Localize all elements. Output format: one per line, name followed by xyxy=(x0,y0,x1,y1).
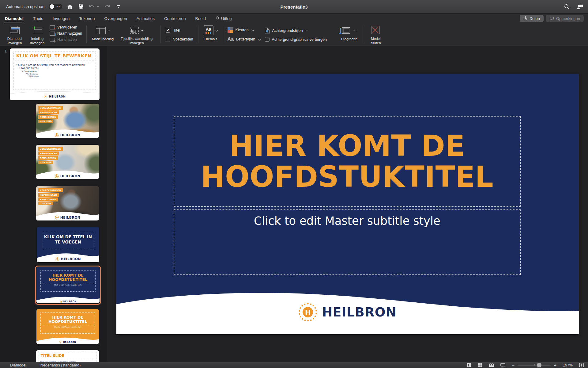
fit-window-icon[interactable] xyxy=(579,363,584,367)
title-placeholder[interactable]: HIER KOMT DE HOOFDSTUKTITEL xyxy=(174,116,521,207)
themes-button[interactable]: Aa Thema's xyxy=(202,24,220,46)
heilbron-logo-icon xyxy=(55,216,59,220)
colors-button[interactable]: Kleuren xyxy=(228,27,261,33)
chevron-down-icon xyxy=(305,29,308,32)
thumbnail-title-layout[interactable]: KLIK OM DE TITEL IN TE VOEGEN HEILBRON xyxy=(37,227,99,262)
hide-background-graphics-checkbox[interactable]: Achtergrond-graphics verbergen xyxy=(265,37,327,42)
thumb-title-placeholder: TITEL SLIDE xyxy=(39,352,96,359)
statusbar: Diamodel Nederlands (standaard) − + 197% xyxy=(0,362,588,368)
insert-layout-button[interactable]: + Indeling invoegen xyxy=(26,24,48,46)
autosave-toggle[interactable]: UIT xyxy=(49,4,62,10)
tab-beeld[interactable]: Beeld xyxy=(195,14,207,23)
thumb-title-placeholder: HIER KOMT DE HOOFDSTUKTITEL xyxy=(40,312,95,325)
heilbron-logo-text: HEILBRON xyxy=(61,257,81,261)
tab-animaties[interactable]: Animaties xyxy=(136,14,155,23)
checked-checkbox-icon: ✓ xyxy=(166,28,170,33)
unchecked-checkbox-icon xyxy=(265,37,270,42)
slideshow-icon[interactable] xyxy=(500,363,505,367)
tab-overgangen[interactable]: Overgangen xyxy=(104,14,127,23)
heilbron-logo-icon xyxy=(55,174,59,178)
thumb-body-placeholder: • Klikken om de tekststijl van het model… xyxy=(13,62,96,90)
ribbon-separator xyxy=(363,25,363,43)
share-button[interactable]: Delen xyxy=(520,15,544,22)
fonts-button[interactable]: Aa Lettertypen xyxy=(228,36,261,42)
subtitle-placeholder[interactable]: Click to edit Master subtitle style xyxy=(174,209,521,275)
thumbnail-photo-layout-3[interactable]: VERZEKERINGEN HYPOTHEKEN PENSIOENEN ... … xyxy=(36,186,99,220)
save-icon[interactable] xyxy=(77,3,84,10)
redo-icon[interactable] xyxy=(104,3,111,10)
ribbon-separator xyxy=(86,25,87,43)
chevron-down-icon xyxy=(215,29,218,32)
ribbon-groups: Diamodel invoegen + Indeling invoegen × … xyxy=(0,23,588,46)
heilbron-logo-text: HEILBRON xyxy=(49,95,66,98)
slide-sorter-icon[interactable] xyxy=(478,363,482,367)
wave-outline xyxy=(10,90,100,94)
people-icon[interactable] xyxy=(576,3,583,10)
thumb-title-placeholder: HIER KOMT DE HOOFDSTUKTITEL xyxy=(40,270,96,283)
undo-menu-chevron-icon[interactable] xyxy=(96,3,100,10)
heilbron-logo-icon xyxy=(55,257,59,261)
master-layout-icon xyxy=(96,27,106,34)
share-icon xyxy=(523,16,527,21)
insert-layout-icon: + xyxy=(33,26,42,34)
slide-subtitle-text: Click to edit Master subtitle style xyxy=(174,214,520,228)
thumb-subtitle-placeholder: Click to edit Master subtitle style xyxy=(40,283,96,292)
statusbar-language[interactable]: Nederlands (standaard) xyxy=(40,363,81,367)
ribbon-separator xyxy=(160,25,161,43)
delete-button[interactable]: × Verwijderen xyxy=(50,25,82,29)
insert-placeholder-button[interactable]: Tijdelijke aanduiding invoegen xyxy=(116,24,157,46)
heilbron-logo: H HEILBRON xyxy=(299,303,397,321)
heilbron-logo-text: HEILBRON xyxy=(63,341,76,343)
ribbon-separator xyxy=(198,25,198,43)
title-checkbox[interactable]: ✓ Titel xyxy=(166,28,193,33)
zoom-level[interactable]: 197% xyxy=(563,363,573,367)
tab-thuis[interactable]: Thuis xyxy=(32,14,44,23)
preserve-slide-icon: ◈ xyxy=(50,38,55,42)
zoom-slider[interactable] xyxy=(518,365,551,366)
reading-view-icon[interactable] xyxy=(489,363,494,367)
rename-button[interactable]: I Naam wijzigen xyxy=(50,31,82,36)
normal-view-icon[interactable] xyxy=(467,363,471,367)
tab-invoegen[interactable]: Invoegen xyxy=(52,14,70,23)
chevron-down-icon xyxy=(251,28,254,31)
slide-number: 1 xyxy=(5,49,7,53)
thumbnail-slide-master[interactable]: KLIK OM STIJL TE BEWERKEN • Klikken om d… xyxy=(10,48,100,100)
slide-size-button[interactable]: Diagrootte xyxy=(339,24,360,46)
insert-slide-master-button[interactable]: Diamodel invoegen xyxy=(3,24,26,46)
chevron-down-icon xyxy=(107,29,110,32)
zoom-slider-handle[interactable] xyxy=(537,363,541,367)
slide-canvas: HIER KOMT DE HOOFDSTUKTITEL Click to edi… xyxy=(107,46,588,362)
thumb-body-placeholder: Klikken om de tekststijl van het model t… xyxy=(39,360,96,362)
statusbar-view-label[interactable]: Diamodel xyxy=(10,363,26,367)
preserve-button[interactable]: ◈ Handhaven xyxy=(50,37,82,42)
background-styles-button[interactable]: Achtergrondstijlen xyxy=(265,28,327,33)
background-styles-icon xyxy=(265,28,270,33)
home-icon[interactable] xyxy=(66,3,73,10)
footers-checkbox[interactable]: Voetteksten xyxy=(166,37,193,41)
customize-toolbar-icon[interactable] xyxy=(115,3,122,10)
thumbnail-photo-layout-2[interactable]: VERZEKERINGEN HYPOTHEKEN PENSIOENEN ... … xyxy=(36,145,99,179)
thumbnail-chapter-orange[interactable]: HIER KOMT DE HOOFDSTUKTITEL Click to edi… xyxy=(36,309,99,344)
zoom-in-button[interactable]: + xyxy=(554,363,556,367)
thumb-title-placeholder: KLIK OM STIJL TE BEWERKEN xyxy=(13,52,96,60)
tab-diamodel[interactable]: Diamodel xyxy=(4,14,24,23)
tab-uitleg[interactable]: Uitleg xyxy=(215,14,232,23)
unchecked-checkbox-icon xyxy=(166,37,170,41)
master-layout-button[interactable]: Modelindeling xyxy=(90,24,116,46)
thumbnail-title-slide[interactable]: TITEL SLIDE Klikken om de tekststijl van… xyxy=(36,350,99,362)
thumbnail-photo-layout-1[interactable]: VERZEKERINGEN HYPOTHEKEN PENSIOENEN ... … xyxy=(36,104,99,138)
tab-tekenen[interactable]: Tekenen xyxy=(78,14,95,23)
thumbnail-chapter-navy-selected[interactable]: HIER KOMT DE HOOFDSTUKTITEL Click to edi… xyxy=(35,266,101,305)
heilbron-logo-text: HEILBRON xyxy=(322,305,397,320)
comment-icon xyxy=(550,17,554,21)
zoom-out-button[interactable]: − xyxy=(512,363,514,367)
tab-controleren[interactable]: Controleren xyxy=(164,14,187,23)
heilbron-logo-icon xyxy=(60,300,62,303)
chevron-down-icon xyxy=(354,29,357,32)
slide-master-editor[interactable]: HIER KOMT DE HOOFDSTUKTITEL Click to edi… xyxy=(116,74,579,334)
search-icon[interactable] xyxy=(564,3,570,10)
chevron-down-icon xyxy=(258,37,261,40)
close-master-button[interactable]: Model sluiten xyxy=(366,24,386,46)
undo-icon[interactable] xyxy=(89,3,95,10)
comments-button[interactable]: Opmerkingen xyxy=(546,15,584,22)
